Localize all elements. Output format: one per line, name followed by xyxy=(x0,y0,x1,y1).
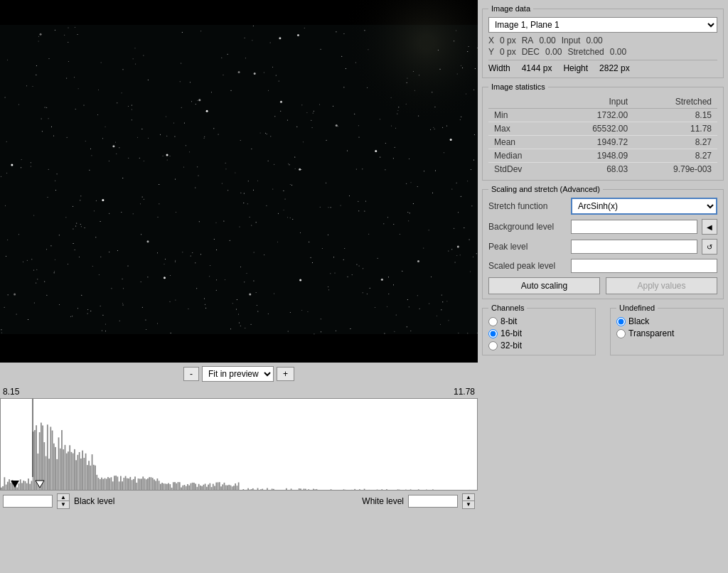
stats-row-input: 1948.09 xyxy=(555,149,633,163)
stats-row-stretched: 8.27 xyxy=(633,149,717,163)
x-coords-row: X 0 px RA 0.00 Input 0.00 xyxy=(488,36,717,45)
stretch-select[interactable]: ArcSinh(x) xyxy=(571,198,717,215)
y-label: Y xyxy=(488,47,494,57)
white-level-input[interactable]: 8.51 xyxy=(408,495,458,508)
undefined-radio[interactable] xyxy=(616,329,626,338)
zoom-out-button[interactable]: - xyxy=(183,367,199,381)
black-level-down[interactable]: ▼ xyxy=(58,501,69,508)
stats-row-label: Median xyxy=(488,149,555,163)
black-level-input[interactable]: 8.22 xyxy=(3,495,53,508)
stretched-label: Stretched xyxy=(567,47,604,57)
white-level-label: White level xyxy=(362,496,404,506)
channel-options: 8-bit16-bit32-bit xyxy=(488,316,589,350)
right-panel: Image data Image 1, Plane 1 X 0 px RA 0.… xyxy=(478,0,728,573)
channels-section: Channels 8-bit16-bit32-bit xyxy=(482,304,596,355)
dec-value: 0.00 xyxy=(545,47,562,57)
y-value: 0 px xyxy=(500,47,516,57)
dims-row: Width 4144 px Height 2822 px xyxy=(488,60,717,73)
zoom-in-button[interactable]: + xyxy=(277,367,294,381)
preview-toolbar: - Fit in preview + xyxy=(0,363,478,385)
white-level-up[interactable]: ▲ xyxy=(463,494,474,501)
y-coords-row: Y 0 px DEC 0.00 Stretched 0.00 xyxy=(488,47,717,57)
bg-level-input[interactable]: 0.00 xyxy=(571,220,697,234)
undefined-title: Undefined xyxy=(616,304,658,312)
peak-level-row: Peak level 2491.99 ↺ xyxy=(488,239,717,255)
stats-row-label: Min xyxy=(488,109,555,122)
channel-option-label[interactable]: 8-bit xyxy=(488,316,589,326)
apply-values-button[interactable]: Apply values xyxy=(606,277,717,294)
stretch-function-row: Stretch function ArcSinh(x) xyxy=(488,198,717,215)
channel-radio[interactable] xyxy=(488,317,498,326)
scaling-section: Scaling and stretch (Advanced) Stretch f… xyxy=(482,185,724,299)
bg-level-icon-btn[interactable]: ◀ xyxy=(702,219,717,235)
stats-row-label: Mean xyxy=(488,136,555,149)
image-stats-title: Image statistics xyxy=(488,82,548,91)
stats-row-input: 1949.72 xyxy=(555,136,633,149)
scaled-peak-row: Scaled peak level 10.00 xyxy=(488,259,717,273)
height-value: 2822 px xyxy=(599,63,630,73)
scaling-title: Scaling and stretch (Advanced) xyxy=(488,185,603,193)
black-level-up[interactable]: ▲ xyxy=(58,494,69,501)
stats-row-stretched: 8.15 xyxy=(633,109,717,122)
histogram-min-label: 8.15 xyxy=(3,387,19,397)
peak-level-icon-btn[interactable]: ↺ xyxy=(702,239,717,255)
channel-option-label[interactable]: 32-bit xyxy=(488,341,589,350)
stats-row: Mean 1949.72 8.27 xyxy=(488,136,717,149)
dec-label: DEC xyxy=(522,47,540,57)
white-level-spinner[interactable]: ▲ ▼ xyxy=(462,493,475,509)
white-level-down[interactable]: ▼ xyxy=(463,501,474,508)
stats-row: Median 1948.09 8.27 xyxy=(488,149,717,163)
undefined-radio[interactable] xyxy=(616,317,626,326)
bottom-controls: 8.22 ▲ ▼ Black level White level 8.51 ▲ … xyxy=(0,491,478,512)
bg-level-row: Background level 0.00 ◀ xyxy=(488,219,717,235)
image-stats-section: Image statistics Input Stretched Min 173… xyxy=(482,82,724,181)
scaling-action-row: Auto scaling Apply values xyxy=(488,277,717,294)
x-label: X xyxy=(488,36,494,45)
width-value: 4144 px xyxy=(522,63,552,73)
stats-col-empty xyxy=(488,95,555,109)
image-data-title: Image data xyxy=(488,4,533,13)
stats-row: Max 65532.00 11.78 xyxy=(488,122,717,136)
stats-col-input: Input xyxy=(555,95,633,109)
undefined-section: Undefined BlackTransparent xyxy=(610,304,724,355)
histogram-canvas xyxy=(1,399,478,491)
stats-row-input: 65532.00 xyxy=(555,122,633,136)
stats-row-stretched: 8.27 xyxy=(633,136,717,149)
undefined-option-label[interactable]: Transparent xyxy=(616,328,717,338)
histogram-range: 8.15 11.78 xyxy=(0,385,478,398)
width-label: Width xyxy=(488,63,510,73)
channels-title: Channels xyxy=(488,304,527,312)
x-value: 0 px xyxy=(500,36,516,45)
input-value: 0.00 xyxy=(586,36,602,45)
peak-level-input[interactable]: 2491.99 xyxy=(571,240,697,254)
histogram-container xyxy=(0,398,478,491)
ra-label: RA xyxy=(522,36,534,45)
peak-label: Peak level xyxy=(488,242,567,252)
auto-scaling-button[interactable]: Auto scaling xyxy=(488,277,600,294)
stats-row-stretched: 9.79e-003 xyxy=(633,163,717,176)
image-preview xyxy=(0,0,478,363)
left-panel: - Fit in preview + 8.15 11.78 8.22 ▲ ▼ B… xyxy=(0,0,478,573)
stretch-label: Stretch function xyxy=(488,201,567,211)
fit-select[interactable]: Fit in preview xyxy=(202,366,274,382)
black-level-label: Black level xyxy=(74,496,114,506)
stats-row-label: Max xyxy=(488,122,555,136)
image-data-section: Image data Image 1, Plane 1 X 0 px RA 0.… xyxy=(482,4,724,78)
stats-row-stretched: 11.78 xyxy=(633,122,717,136)
channel-radio[interactable] xyxy=(488,341,498,350)
undefined-options: BlackTransparent xyxy=(616,316,717,338)
stats-row-input: 1732.00 xyxy=(555,109,633,122)
scaled-peak-input[interactable]: 10.00 xyxy=(571,259,717,273)
histogram-max-label: 11.78 xyxy=(454,387,475,397)
stretched-value: 0.00 xyxy=(610,47,626,57)
image-plane-select[interactable]: Image 1, Plane 1 xyxy=(488,17,717,33)
undefined-option-label[interactable]: Black xyxy=(616,316,717,326)
black-level-spinner[interactable]: ▲ ▼ xyxy=(57,493,70,509)
stats-col-stretched: Stretched xyxy=(633,95,717,109)
channel-radio[interactable] xyxy=(488,329,498,338)
stats-row-input: 68.03 xyxy=(555,163,633,176)
stats-row-label: StdDev xyxy=(488,163,555,176)
channel-option-label[interactable]: 16-bit xyxy=(488,328,589,338)
height-label: Height xyxy=(563,63,588,73)
stats-row: Min 1732.00 8.15 xyxy=(488,109,717,122)
